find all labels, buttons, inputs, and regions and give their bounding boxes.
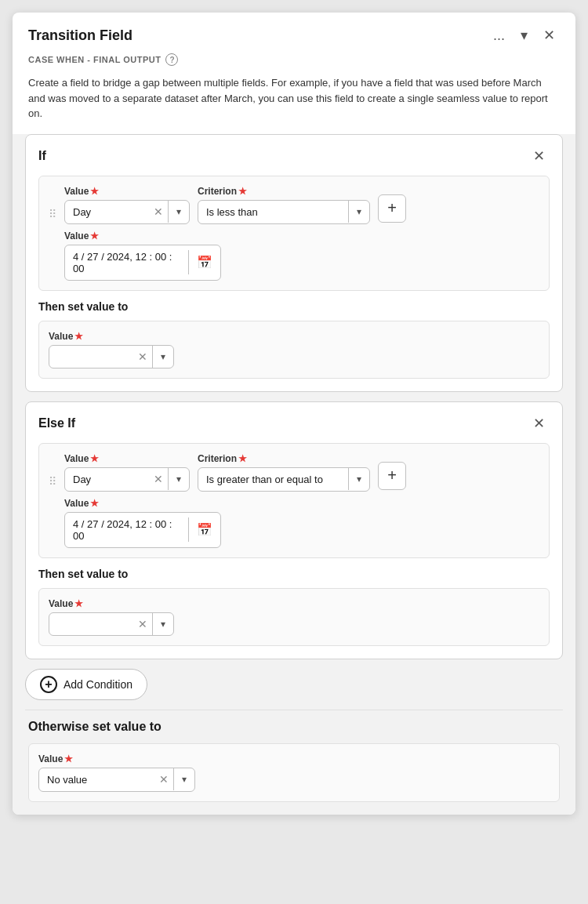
if-then-section: Then set value to Value★ ✕ ▾ (38, 300, 550, 379)
else-if-add-condition-button[interactable]: + (378, 462, 406, 490)
if-then-value-label: Value★ (49, 331, 539, 342)
else-if-value-star: ★ (90, 453, 99, 464)
else-if-value-group: Value★ Day ✕ ▾ (64, 453, 190, 492)
else-if-then-star: ★ (74, 598, 83, 609)
else-if-value-select[interactable]: Day ✕ ▾ (64, 467, 190, 492)
else-if-then-arrow-button[interactable]: ▾ (152, 613, 173, 635)
close-panel-button[interactable]: ✕ (539, 25, 560, 45)
if-add-condition-button[interactable]: + (378, 194, 406, 223)
otherwise-section: Otherwise set value to Value★ No value ✕… (25, 720, 563, 802)
if-block: If ✕ ⠿ Value★ Day ✕ (25, 134, 563, 392)
if-block-close-button[interactable]: ✕ (528, 147, 550, 165)
if-condition-row: ⠿ Value★ Day ✕ ▾ (38, 176, 550, 291)
if-block-title: If (38, 149, 46, 163)
header-actions: ... ▾ ✕ (488, 25, 560, 45)
else-if-then-title: Then set value to (38, 568, 550, 580)
if-then-arrow-button[interactable]: ▾ (152, 346, 173, 368)
else-if-then-value-display (49, 619, 133, 630)
if-then-value-group: Value★ ✕ ▾ (49, 331, 539, 368)
divider (25, 710, 563, 710)
if-value-select[interactable]: Day ✕ ▾ (64, 200, 190, 224)
if-value-group: Value★ Day ✕ ▾ (64, 186, 190, 224)
otherwise-clear-button[interactable]: ✕ (154, 774, 173, 785)
panel-body: If ✕ ⠿ Value★ Day ✕ (13, 134, 575, 815)
else-if-date-star: ★ (90, 498, 99, 509)
else-if-value-clear-button[interactable]: ✕ (149, 474, 168, 485)
if-fields-row: Value★ Day ✕ ▾ Criterion★ (64, 186, 539, 224)
else-if-date-row: Value★ 4 / 27 / 2024, 12 : 00 : 00 📅 (64, 498, 539, 548)
else-if-criterion-arrow-button[interactable]: ▾ (348, 468, 369, 490)
else-if-value-arrow-button[interactable]: ▾ (168, 468, 189, 490)
else-if-condition-fields: Value★ Day ✕ ▾ Criterion★ (64, 453, 539, 548)
else-if-then-value-label: Value★ (49, 598, 539, 609)
if-block-header: If ✕ (38, 147, 550, 165)
if-then-value-display (49, 351, 133, 362)
if-datetime-input[interactable]: 4 / 27 / 2024, 12 : 00 : 00 📅 (64, 245, 221, 281)
else-if-criterion-select[interactable]: Is greater than or equal to ▾ (198, 467, 370, 492)
if-value-display: Day (65, 201, 149, 223)
else-if-calendar-button[interactable]: 📅 (188, 517, 220, 542)
if-criterion-select[interactable]: Is less than ▾ (198, 200, 370, 224)
otherwise-value-label: Value★ (38, 753, 550, 764)
else-if-then-clear-button[interactable]: ✕ (133, 619, 152, 630)
if-value-label: Value★ (64, 186, 190, 197)
else-if-condition-row: ⠿ Value★ Day ✕ ▾ (38, 443, 550, 558)
more-options-button[interactable]: ... (488, 26, 510, 45)
if-then-box: Value★ ✕ ▾ (38, 321, 550, 379)
if-date-row: Value★ 4 / 27 / 2024, 12 : 00 : 00 📅 (64, 231, 539, 281)
else-if-date-group: Value★ 4 / 27 / 2024, 12 : 00 : 00 📅 (64, 498, 221, 548)
otherwise-value-select[interactable]: No value ✕ ▾ (38, 768, 195, 792)
else-if-block: Else If ✕ ⠿ Value★ Day ✕ (25, 401, 563, 659)
collapse-button[interactable]: ▾ (516, 25, 532, 45)
if-value-arrow-button[interactable]: ▾ (168, 201, 189, 223)
otherwise-star: ★ (64, 753, 73, 764)
if-then-clear-button[interactable]: ✕ (133, 351, 152, 362)
add-circle-icon: + (40, 676, 57, 693)
if-date-group: Value★ 4 / 27 / 2024, 12 : 00 : 00 📅 (64, 231, 221, 281)
if-criterion-group: Criterion★ Is less than ▾ (198, 186, 370, 224)
if-then-title: Then set value to (38, 300, 550, 313)
otherwise-value-display: No value (39, 768, 154, 791)
add-condition-label: Add Condition (64, 678, 132, 691)
else-if-criterion-star: ★ (238, 453, 247, 464)
else-if-block-close-button[interactable]: ✕ (528, 415, 550, 432)
subtitle-label: CASE WHEN - FINAL OUTPUT (28, 55, 161, 64)
else-if-value-label: Value★ (64, 453, 190, 464)
else-if-criterion-display: Is greater than or equal to (198, 468, 348, 491)
else-if-then-value-group: Value★ ✕ ▾ (49, 598, 539, 636)
if-condition-fields: Value★ Day ✕ ▾ Criterion★ (64, 186, 539, 281)
else-if-then-value-select[interactable]: ✕ ▾ (49, 612, 174, 636)
if-value-star: ★ (90, 186, 99, 197)
if-then-value-select[interactable]: ✕ ▾ (49, 345, 174, 368)
info-icon[interactable]: ? (165, 53, 178, 66)
if-date-star: ★ (90, 231, 99, 241)
panel-header: Transition Field ... ▾ ✕ (13, 13, 575, 53)
transition-field-panel: Transition Field ... ▾ ✕ CASE WHEN - FIN… (13, 13, 575, 815)
else-if-then-section: Then set value to Value★ ✕ ▾ (38, 568, 550, 646)
else-if-datetime-display: 4 / 27 / 2024, 12 : 00 : 00 (65, 513, 188, 547)
else-if-drag-handle[interactable]: ⠿ (49, 475, 56, 488)
else-if-then-box: Value★ ✕ ▾ (38, 588, 550, 646)
else-if-fields-row: Value★ Day ✕ ▾ Criterion★ (64, 453, 539, 492)
else-if-criterion-label: Criterion★ (198, 453, 370, 464)
else-if-datetime-input[interactable]: 4 / 27 / 2024, 12 : 00 : 00 📅 (64, 512, 221, 548)
otherwise-arrow-button[interactable]: ▾ (173, 768, 194, 790)
if-criterion-star: ★ (238, 186, 247, 197)
else-if-block-title: Else If (38, 416, 75, 430)
if-criterion-label: Criterion★ (198, 186, 370, 197)
if-drag-handle[interactable]: ⠿ (49, 208, 56, 220)
else-if-value-display: Day (65, 468, 149, 491)
add-condition-button[interactable]: + Add Condition (25, 669, 147, 700)
else-if-criterion-group: Criterion★ Is greater than or equal to ▾ (198, 453, 370, 492)
else-if-date-label: Value★ (64, 498, 221, 509)
if-value-clear-button[interactable]: ✕ (149, 206, 168, 217)
otherwise-box: Value★ No value ✕ ▾ (28, 743, 560, 802)
otherwise-title: Otherwise set value to (28, 720, 560, 734)
otherwise-value-group: Value★ No value ✕ ▾ (38, 753, 550, 792)
if-calendar-button[interactable]: 📅 (188, 250, 220, 274)
description-text: Create a field to bridge a gap between m… (13, 72, 575, 134)
subtitle-row: CASE WHEN - FINAL OUTPUT ? (13, 53, 575, 72)
if-criterion-display: Is less than (198, 201, 348, 223)
else-if-block-header: Else If ✕ (38, 415, 550, 432)
if-criterion-arrow-button[interactable]: ▾ (348, 201, 369, 223)
